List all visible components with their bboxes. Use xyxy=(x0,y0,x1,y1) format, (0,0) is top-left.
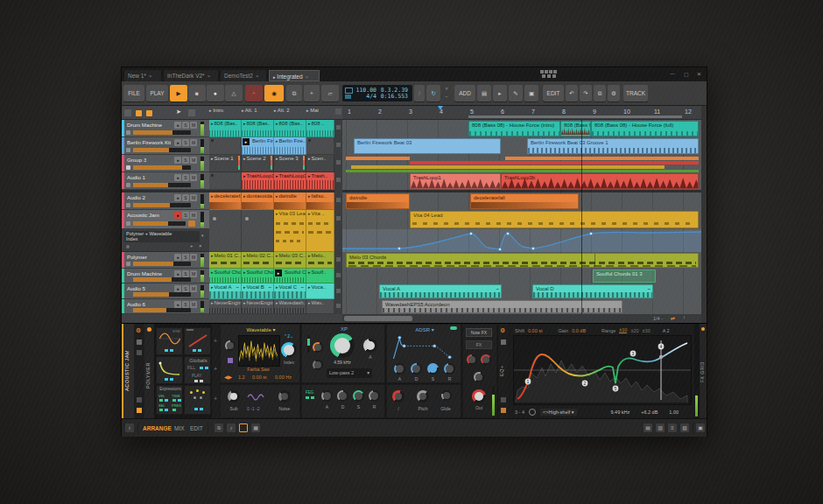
volume-fader[interactable] xyxy=(133,165,191,170)
stop-dot-icon[interactable] xyxy=(213,217,216,220)
clip-play-icon[interactable]: ▸ xyxy=(211,121,214,126)
mute-button[interactable]: M xyxy=(190,139,197,146)
launcher-clip[interactable]: ▸Wavedash.. xyxy=(274,299,306,314)
arranger-clip[interactable]: Berlin Firework Beat 03 xyxy=(354,138,501,154)
solo-button[interactable]: S xyxy=(182,194,189,201)
scene-play-icon[interactable]: ▸ xyxy=(209,108,212,113)
arranger-clip[interactable]: deceleratefall xyxy=(470,193,579,209)
scene-play-icon[interactable]: ▸ xyxy=(306,108,309,113)
clip-play-icon[interactable]: ▸ xyxy=(243,173,246,178)
track-stop-button[interactable] xyxy=(336,216,341,220)
arranger-clip[interactable]: Vocal D~ xyxy=(532,284,653,298)
launcher-clip[interactable]: ▸Soulful Cho.. xyxy=(209,269,242,284)
shift-value[interactable]: 0.00 st xyxy=(252,374,267,380)
launcher-clip[interactable]: ▸Voca.. xyxy=(306,284,334,299)
fx-knob-3[interactable] xyxy=(474,372,484,382)
clip-play-icon[interactable]: ▸ xyxy=(211,193,214,199)
transport-display[interactable]: 110.004/4 8.3.2.390:16.553 xyxy=(342,85,412,102)
tab-close-icon[interactable]: × xyxy=(256,74,259,79)
track-row-audio-5[interactable]: Audio 5 ●SM xyxy=(122,284,209,299)
window-maximize-button[interactable]: ▢ xyxy=(684,71,689,77)
mix-view-button[interactable]: MIX xyxy=(174,424,185,433)
fill-button[interactable]: ◉ xyxy=(264,85,284,102)
metronome-button[interactable]: △ xyxy=(225,85,243,102)
eq-band-power[interactable] xyxy=(529,409,536,416)
group-mini-clip[interactable] xyxy=(505,157,699,160)
arranger-clip[interactable]: 808 (Bass 08) xyxy=(560,121,591,136)
hscroll-thumb[interactable] xyxy=(344,316,412,321)
fx-button[interactable]: FX xyxy=(466,340,492,349)
dropdown-icon[interactable]: ▾ xyxy=(367,368,369,378)
mute-button[interactable]: M xyxy=(190,174,197,181)
launcher-clip[interactable]: ▸Soulful Cho.. xyxy=(242,269,274,284)
chooser-dot-icon[interactable] xyxy=(126,245,130,248)
clip-play-icon[interactable]: ▸ xyxy=(211,300,214,305)
arranger-clip-alias[interactable]: Soulful Chords 01 3 xyxy=(593,270,656,283)
record-button[interactable]: ● xyxy=(207,85,224,102)
mapping-panel-icon[interactable]: ≡ xyxy=(668,424,677,432)
device-power-dot[interactable] xyxy=(147,327,151,332)
arrange-view-button[interactable]: ARRANGE xyxy=(143,424,172,433)
play-start-marker[interactable] xyxy=(438,106,443,110)
volume-fader[interactable] xyxy=(133,130,191,135)
clip-play-icon[interactable]: ▸ xyxy=(276,121,278,126)
launcher-clip[interactable]: ▸Vocal B~ xyxy=(242,284,274,299)
track-row-polymer[interactable]: Polymer ●SM xyxy=(122,252,209,269)
tab-close-icon[interactable]: × xyxy=(208,74,211,79)
launcher-clip[interactable]: ▸Wav.. xyxy=(306,299,334,314)
mod-envelope[interactable] xyxy=(156,356,183,384)
mod-slot-icon[interactable] xyxy=(194,380,198,382)
launcher-clip[interactable]: ▸Vita 03 Lead xyxy=(274,210,306,252)
clip-play-icon[interactable]: ▸ xyxy=(308,156,311,161)
eq-ab-toggle[interactable]: A 2 xyxy=(663,328,670,333)
track-stop-button[interactable] xyxy=(336,160,341,164)
mod-slot-icon[interactable] xyxy=(193,349,196,352)
track-stop-button[interactable] xyxy=(336,125,341,130)
save-button[interactable]: ▤ xyxy=(477,85,491,102)
launcher-clip[interactable]: ▸Vocal A~ xyxy=(209,284,242,299)
clip-play-icon[interactable]: ▸ xyxy=(243,156,246,161)
track-row-drum-machine-2[interactable]: Drum Machine ●SM xyxy=(122,269,209,284)
solo-button[interactable]: S xyxy=(182,254,189,261)
chooser-menu-icon[interactable]: ▾ xyxy=(201,233,204,238)
feg-label[interactable]: FEG xyxy=(306,390,313,395)
arranger-clip[interactable]: dwindle xyxy=(346,193,410,209)
track-row-berlin-firework-kit[interactable]: Berlin Firework Kit ●SM xyxy=(122,137,209,155)
device-track-strip[interactable]: ACOUSTIC JAM xyxy=(122,324,134,418)
dropdown-icon[interactable]: ▾ xyxy=(272,327,275,332)
group-scene-clip[interactable]: ▸Scen.. xyxy=(306,155,334,172)
edit-menu-button[interactable]: EDIT xyxy=(543,85,564,102)
routing-icon[interactable] xyxy=(137,350,142,355)
preroll-toggle[interactable]: ✕~ xyxy=(442,86,451,101)
clip-play-icon[interactable]: ▸ xyxy=(211,253,214,258)
arm-button[interactable]: ● xyxy=(174,194,181,201)
project-tab-active[interactable]: ▸ Integrated× xyxy=(269,70,320,81)
mod-slot-icon[interactable] xyxy=(172,409,176,411)
launcher-clip[interactable]: ▸TrashLoop1 xyxy=(242,172,274,190)
clip-playing-icon[interactable]: ▸ xyxy=(275,270,282,276)
clip-playing-icon[interactable]: ▸ xyxy=(243,138,250,145)
device-chooser[interactable]: Polymer + WavetableIndex xyxy=(124,231,200,242)
arm-button[interactable]: ● xyxy=(174,254,181,261)
scene-header[interactable]: ▸ Alt. 1 xyxy=(242,108,273,113)
scene-header[interactable]: ▸ Mai xyxy=(306,108,334,113)
launcher-clip[interactable]: ▸Melo 01 C.. xyxy=(209,252,242,269)
clip-play-icon[interactable]: ▸ xyxy=(276,211,278,216)
clip-play-icon[interactable]: ▸ xyxy=(276,173,278,178)
cutoff-value[interactable]: 4.59 kHz xyxy=(328,360,356,365)
eq-gain-value[interactable]: 0.0 dB xyxy=(572,328,586,333)
add-modulator-button[interactable]: + xyxy=(214,396,217,402)
add-modulator-button[interactable]: + xyxy=(214,366,217,372)
vel-knob[interactable] xyxy=(392,390,404,402)
device-gear-icon[interactable]: ⚙ xyxy=(136,327,141,334)
spread-value[interactable]: ⌃2⌄ xyxy=(284,333,293,339)
drive-knob[interactable] xyxy=(313,342,323,353)
mod-globals[interactable]: Globals FILL PLAY xyxy=(184,356,211,384)
toggle-button[interactable]: ▱ xyxy=(321,85,339,102)
arranger-clip[interactable]: Vita 04 Lead xyxy=(410,211,699,228)
launcher-clip[interactable]: ▸dwindle xyxy=(274,192,306,210)
env-r-knob[interactable] xyxy=(444,363,455,374)
arranger-clip[interactable]: TrashLoop3b xyxy=(501,173,699,189)
volume-fader[interactable] xyxy=(133,292,191,297)
pen-tool-button[interactable]: ✎ xyxy=(509,85,523,102)
